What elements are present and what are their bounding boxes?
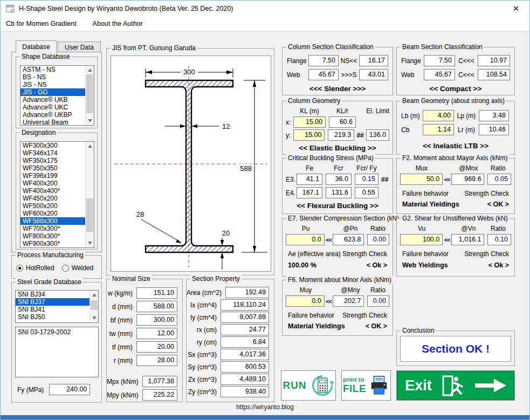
scroll-down-icon[interactable] bbox=[88, 242, 92, 245]
list-item[interactable]: JIS - NS bbox=[20, 81, 94, 88]
list-item[interactable]: WF346x174 bbox=[20, 149, 94, 157]
limit-header: El. Limit bbox=[356, 107, 389, 115]
strength-check-label: Strength Check bbox=[342, 312, 387, 319]
shape-database-list[interactable]: ASTM - NS BS - NS JIS - NS JIS - GG Adva… bbox=[20, 65, 94, 126]
fcrfy-header: Fcr/ Fy bbox=[355, 164, 378, 172]
run-button[interactable]: RUN bbox=[281, 370, 336, 401]
column-classification-group: Column Section Classification Flange 7.5… bbox=[282, 47, 393, 95]
list-item[interactable]: WF396x199 bbox=[20, 172, 94, 180]
list-item[interactable]: SNI BJ50 bbox=[16, 313, 98, 321]
scroll-down-icon[interactable] bbox=[92, 316, 97, 320]
list-item[interactable]: Advance® UKC bbox=[20, 104, 94, 111]
beam-classification-status: << Compact >> bbox=[397, 85, 514, 93]
steel-grade-list[interactable]: SNI BJ34 SNI BJ37 SNI BJ41 SNI BJ50 bbox=[15, 290, 99, 323]
w-label: w (kg/m) bbox=[108, 290, 133, 297]
list-item[interactable]: WF350x350 bbox=[20, 164, 94, 172]
scrollbar[interactable] bbox=[85, 142, 94, 247]
ratio-header: Ratio bbox=[367, 225, 389, 232]
cb-input[interactable]: 1.14 bbox=[423, 124, 454, 135]
hotrolled-label[interactable]: HotRolled bbox=[26, 264, 54, 272]
web-limit-field: 108.54 bbox=[478, 69, 510, 80]
klr-header: KL/r bbox=[329, 107, 356, 115]
scroll-thumb[interactable] bbox=[91, 300, 98, 310]
scroll-thumb[interactable] bbox=[86, 74, 93, 113]
shear-webs-title: G2. Shear for Unstiffened Webs (kN) bbox=[401, 215, 510, 222]
list-item[interactable]: ASTM - NS bbox=[20, 66, 94, 73]
list-item[interactable]: Advance® UKBP bbox=[20, 111, 94, 119]
fy-field[interactable]: 240.00 bbox=[49, 384, 90, 395]
tab-user-data[interactable]: User Data bbox=[58, 42, 101, 52]
mux-input[interactable]: 50.0 bbox=[400, 174, 443, 185]
list-item[interactable]: WF450x200 bbox=[20, 195, 94, 202]
strength-check-label: Strength Check bbox=[464, 250, 509, 258]
list-item[interactable]: Advance® UKB bbox=[20, 96, 94, 104]
mny-field: 202.7 bbox=[333, 295, 364, 307]
zy-field: 938.40 bbox=[221, 386, 269, 397]
scroll-thumb[interactable] bbox=[86, 198, 93, 232]
tab-database[interactable]: Database bbox=[16, 40, 57, 52]
beam-geometry-status: << Inelastic LTB >> bbox=[397, 142, 514, 150]
list-item[interactable]: SNI BJ34 bbox=[16, 291, 98, 298]
scroll-down-icon[interactable] bbox=[88, 119, 92, 122]
arrow-web-right bbox=[191, 125, 197, 128]
scroll-up-icon[interactable] bbox=[88, 68, 92, 72]
nominal-size-title: Nominal Size bbox=[111, 275, 152, 283]
dim-flange-label: 20 bbox=[222, 229, 230, 237]
designation-list[interactable]: WF300x300 WF346x174 WF350x175 WF350x350 … bbox=[20, 141, 94, 248]
lb-input[interactable]: 4.00 bbox=[423, 110, 454, 121]
muy-input[interactable]: 0.0 bbox=[286, 295, 325, 307]
scrollbar[interactable] bbox=[85, 66, 94, 125]
failure-behavior-value: Web Yieldings bbox=[402, 261, 448, 269]
list-item-selected[interactable]: JIS - GG bbox=[20, 88, 94, 96]
kl-y-input[interactable]: 15.00 bbox=[293, 129, 325, 141]
transfer-arrows: << bbox=[325, 237, 333, 243]
run-button-label: RUN bbox=[283, 380, 306, 391]
conclusion-group: Conclusion Section OK ! bbox=[396, 331, 515, 366]
scroll-up-icon[interactable] bbox=[88, 144, 92, 148]
shape-database-group: Shape Database ASTM - NS BS - NS JIS - N… bbox=[16, 57, 98, 128]
welded-label[interactable]: Welded bbox=[72, 264, 93, 272]
e4-label: E4. bbox=[286, 189, 297, 197]
kl-x-input[interactable]: 15.00 bbox=[293, 116, 326, 128]
web-label: Web bbox=[287, 71, 308, 79]
welded-radio[interactable] bbox=[62, 265, 69, 272]
scroll-up-icon[interactable] bbox=[92, 293, 97, 297]
ratio-field: 0.05 bbox=[487, 174, 511, 185]
dim-web-label: 12 bbox=[222, 122, 230, 130]
list-item[interactable]: WF800x300* bbox=[20, 232, 94, 240]
e3-fcr-field: 36.0 bbox=[326, 174, 352, 185]
menu-about-author[interactable]: About the Author bbox=[90, 20, 146, 27]
list-item[interactable]: WF500x200 bbox=[20, 202, 94, 210]
list-item[interactable]: WF350x175 bbox=[20, 157, 94, 164]
list-item-selected[interactable]: WF588x300 bbox=[20, 217, 94, 225]
hotrolled-radio[interactable] bbox=[16, 265, 23, 272]
vu-input[interactable]: 100.0 bbox=[400, 234, 443, 245]
designation-group: Designation WF300x300 WF346x174 WF350x17… bbox=[16, 133, 98, 250]
list-item[interactable]: WF300x300 bbox=[20, 142, 94, 149]
exit-button-label: Exit bbox=[405, 377, 432, 394]
list-item[interactable]: WF400x400* bbox=[20, 187, 94, 195]
flange-ratio-field: 7.50 bbox=[308, 55, 339, 66]
list-item-selected[interactable]: SNI BJ37 bbox=[16, 298, 98, 306]
lb-label: Lb (m) bbox=[401, 112, 423, 120]
footer-url[interactable]: https://wiryanto.blog bbox=[1, 403, 529, 411]
list-item[interactable]: SNI BJ41 bbox=[16, 306, 98, 313]
menu-cb-gradient[interactable]: Cb for Momen Gradient bbox=[3, 20, 80, 27]
bf-field: 300.00 bbox=[136, 314, 177, 326]
list-item[interactable]: WF900x300* bbox=[20, 240, 94, 247]
ratio-header: Ratio bbox=[367, 286, 389, 294]
pu-input[interactable]: 0.0 bbox=[286, 234, 325, 245]
list-item[interactable]: Universal Beam bbox=[20, 119, 94, 126]
exit-button[interactable]: Exit bbox=[396, 370, 515, 401]
list-item[interactable]: BS - NS bbox=[20, 73, 94, 81]
ratio-field: 0.10 bbox=[487, 234, 511, 245]
scrollbar[interactable] bbox=[90, 291, 98, 322]
close-button[interactable]: ✕ bbox=[510, 3, 522, 15]
list-item[interactable]: WF600x200 bbox=[20, 210, 94, 217]
lr-field: 10.46 bbox=[479, 124, 509, 135]
print-to-file-button[interactable]: print to FILE bbox=[341, 370, 391, 401]
r-label: r (mm) bbox=[114, 357, 133, 364]
flange-limit-label: C<<< bbox=[455, 57, 478, 65]
list-item[interactable]: WF700x300* bbox=[20, 225, 94, 232]
list-item[interactable]: WF400x200 bbox=[20, 180, 94, 187]
